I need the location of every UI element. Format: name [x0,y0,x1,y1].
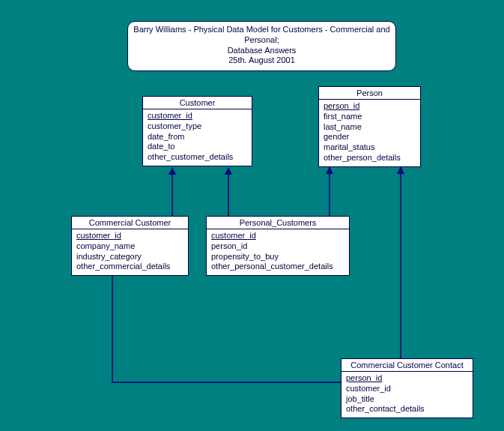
attr-marital-status: marital_status [324,142,416,153]
attr-industry-category: industry_category [76,252,183,262]
attr-first-name: first_name [324,112,416,122]
entity-personal-customers-header: Personal_Customers [207,217,349,229]
diagram-title: Barry Williams - Physical Data Model for… [127,21,396,71]
entity-commercial-customer-contact-header: Commercial Customer Contact [341,359,473,372]
attr-person-id: person_id [324,101,416,112]
entity-personal-customers: Personal_Customers customer_id person_id… [206,216,350,276]
entity-commercial-customer-body: customer_id company_name industry_catego… [72,229,188,275]
title-line-3: 25th. August 2001 [133,55,391,66]
attr-other-person-details: other_person_details [324,153,416,163]
attr-customer-id: customer_id [148,111,247,121]
entity-commercial-customer-contact-body: person_id customer_id job_title other_co… [341,372,473,418]
attr-gender: gender [324,132,416,142]
attr-last-name: last_name [324,122,416,133]
attr-customer-type: customer_type [148,121,247,132]
title-line-1: Barry Williams - Physical Data Model for… [133,25,391,46]
entity-personal-customers-body: customer_id person_id propensity_to_buy … [207,229,349,275]
entity-customer: Customer customer_id customer_type date_… [142,96,252,166]
entity-customer-header: Customer [143,97,252,109]
attr-cc-customer-id: customer_id [76,231,183,241]
attr-propensity-to-buy: propensity_to_buy [211,252,344,262]
attr-date-from: date_from [148,132,247,142]
attr-company-name: company_name [76,241,183,252]
attr-other-contact-details: other_contact_details [346,404,468,415]
attr-ccc-customer-id: customer_id [346,384,468,394]
entity-customer-body: customer_id customer_type date_from date… [143,109,252,166]
entity-person-header: Person [319,87,420,100]
attr-other-personal-customer-details: other_personal_customer_details [211,262,344,272]
entity-person: Person person_id first_name last_name ge… [318,86,421,167]
attr-pc-customer-id: customer_id [211,231,344,241]
attr-job-title: job_title [346,394,468,405]
attr-date-to: date_to [148,142,247,152]
entity-person-body: person_id first_name last_name gender ma… [319,100,420,166]
attr-other-customer-details: other_customer_details [148,152,247,163]
entity-commercial-customer-header: Commercial Customer [72,217,188,229]
attr-pc-person-id: person_id [211,241,344,252]
attr-other-commercial-details: other_commercial_details [76,262,183,272]
entity-commercial-customer: Commercial Customer customer_id company_… [71,216,189,276]
entity-commercial-customer-contact: Commercial Customer Contact person_id cu… [341,358,473,418]
title-line-2: Database Answers [133,46,391,56]
attr-ccc-person-id: person_id [346,373,468,384]
